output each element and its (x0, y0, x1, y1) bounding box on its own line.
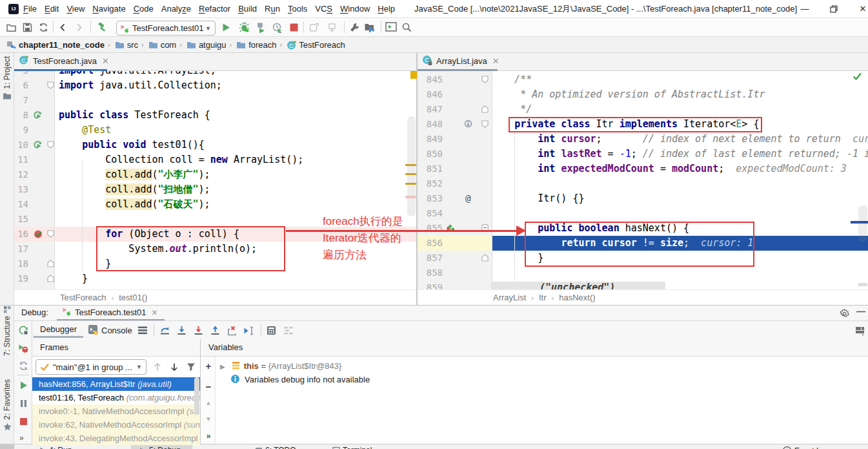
close-session-icon[interactable]: ✕ (152, 308, 158, 317)
line-number[interactable]: 17 (14, 242, 28, 256)
line-number[interactable]: 853 (418, 191, 443, 206)
scroll-down-icon[interactable]: ▼ (204, 415, 213, 423)
run-icon[interactable] (221, 22, 232, 33)
settings-wrench-icon[interactable] (349, 22, 360, 33)
line-number[interactable]: 19 (14, 271, 28, 286)
code-crumb-TestForeach[interactable]: TestForeach (60, 293, 106, 302)
breadcrumb-TestForeach[interactable]: CTestForeach (287, 40, 345, 50)
code-crumb-test01[interactable]: test01() (119, 293, 147, 302)
editor-splitter[interactable] (416, 53, 418, 305)
line-number[interactable]: 851 (418, 162, 443, 176)
line-number[interactable]: 856 (418, 236, 443, 251)
rerun-disabled-icon[interactable] (308, 22, 319, 33)
hide-frames-filter-icon[interactable] (186, 362, 196, 372)
add-watch-icon[interactable]: + (204, 360, 213, 371)
menu-file[interactable]: File (19, 4, 41, 14)
debug-session-tab[interactable]: TestForeach.test01 ✕ (57, 306, 165, 320)
line-number[interactable]: 12 (14, 167, 28, 182)
hamburger-menu-icon[interactable] (137, 325, 148, 335)
remove-watch-icon[interactable]: − (204, 381, 213, 392)
run-coverage-icon[interactable] (256, 22, 267, 33)
line-number[interactable]: 9 (14, 123, 28, 138)
terminal-run-icon[interactable] (385, 22, 396, 33)
forward-icon[interactable] (74, 22, 85, 33)
tab-testforeach-java[interactable]: C TestForeach.java ✕ (14, 53, 114, 69)
line-number[interactable]: 847 (418, 102, 443, 117)
line-number[interactable]: 6 (14, 78, 28, 93)
execution-point-icon[interactable] (446, 224, 455, 233)
frame-down-icon[interactable] (169, 362, 179, 372)
close-button[interactable]: ✕ (853, 0, 868, 17)
rerun-icon[interactable] (18, 325, 29, 336)
scroll-up-icon[interactable]: ▲ (204, 399, 213, 406)
statusbar-event-log[interactable]: Event Log (782, 446, 829, 449)
line-number[interactable]: 857 (418, 251, 443, 266)
statusbar-Terminal[interactable]: Terminal (332, 446, 372, 449)
build-hammer-icon[interactable] (97, 22, 108, 33)
more-watches-icon[interactable]: » (204, 432, 213, 441)
back-icon[interactable] (57, 22, 68, 33)
breadcrumb-chapter11_note_code[interactable]: chapter11_note_code (6, 40, 105, 50)
menu-run[interactable]: Run (261, 4, 284, 14)
fold-marker-icon[interactable] (481, 254, 489, 262)
fold-marker-icon[interactable] (47, 141, 54, 149)
menu-refactor[interactable]: Refactor (195, 4, 234, 14)
code-crumb-Itr[interactable]: Itr (539, 293, 547, 302)
fold-marker-icon[interactable] (481, 224, 489, 231)
line-number[interactable]: 852 (418, 176, 443, 191)
fold-marker-icon[interactable] (47, 275, 54, 282)
frames-scrollbar-thumb[interactable] (194, 377, 199, 415)
dump-threads-disabled-icon[interactable] (327, 22, 338, 33)
menu-edit[interactable]: Edit (41, 4, 63, 14)
menu-build[interactable]: Build (234, 4, 261, 14)
frame-up-icon[interactable] (152, 362, 163, 372)
tool-window-button-structure[interactable]: 7: Structure (0, 305, 14, 356)
menu-window[interactable]: Window (336, 4, 374, 14)
profiler-icon[interactable] (272, 22, 283, 33)
line-number[interactable]: 848 (418, 117, 443, 132)
menu-tools[interactable]: Tools (284, 4, 311, 14)
frame-row-5[interactable]: invoke:43, DelegatingMethodAccessorImpl (32, 432, 200, 445)
line-number[interactable]: 855 (418, 221, 443, 236)
tab-debugger[interactable]: Debugger (34, 322, 83, 338)
run-configuration-select[interactable]: TestForeach.test01 ▼ (116, 21, 216, 36)
expand-chevron-icon[interactable]: ▶ (220, 363, 225, 370)
fold-marker-icon[interactable] (481, 120, 489, 128)
close-tab-icon[interactable]: ✕ (492, 57, 500, 65)
menu-code[interactable]: Code (130, 4, 157, 14)
tool-window-button-project[interactable]: 1: Project (0, 56, 14, 100)
run-method-icon[interactable] (33, 140, 42, 149)
line-number[interactable]: 845 (418, 72, 443, 87)
step-into-icon[interactable] (176, 326, 188, 336)
menu-analyze[interactable]: Analyze (157, 4, 195, 14)
line-number[interactable]: 16 (14, 227, 28, 242)
resume-program-icon[interactable] (18, 380, 29, 391)
overridden-marker-icon[interactable] (464, 120, 472, 128)
tool-window-button-favorites[interactable]: 2: Favorites (0, 379, 14, 431)
menu-vcs[interactable]: VCS (311, 4, 336, 14)
breadcrumb-foreach[interactable]: foreach (236, 40, 276, 50)
drop-frame-icon[interactable] (227, 326, 238, 336)
fold-marker-icon[interactable] (47, 81, 54, 89)
close-tab-icon[interactable]: ✕ (102, 57, 109, 65)
reload-classes-icon[interactable] (18, 360, 29, 371)
thread-select[interactable]: "main"@1 in group ... ▼ (35, 359, 146, 375)
synchronize-icon[interactable] (38, 22, 49, 33)
line-number[interactable]: 8 (14, 108, 28, 123)
line-number[interactable]: 18 (14, 256, 28, 271)
line-number[interactable]: 7 (14, 93, 28, 108)
stop-program-icon[interactable] (18, 416, 29, 427)
statusbar-4Run[interactable]: 4: Run (39, 446, 72, 449)
line-number[interactable]: 854 (418, 206, 443, 221)
line-number[interactable]: 14 (14, 197, 28, 212)
maximize-button[interactable] (824, 0, 843, 17)
line-number[interactable]: 859 (418, 280, 443, 289)
editor-arraylist[interactable]: 845 /**846 * An optimized version of Abs… (418, 71, 868, 289)
run-to-cursor-icon[interactable] (243, 326, 255, 336)
menu-view[interactable]: View (63, 4, 88, 14)
code-crumb-hasNext[interactable]: hasNext() (559, 293, 595, 302)
hide-panel-icon[interactable]: — (856, 306, 867, 317)
line-number[interactable]: 5 (14, 71, 28, 78)
frame-row-4[interactable]: invoke:62, NativeMethodAccessorImpl (sun (32, 418, 200, 432)
line-number[interactable]: 858 (418, 266, 443, 280)
